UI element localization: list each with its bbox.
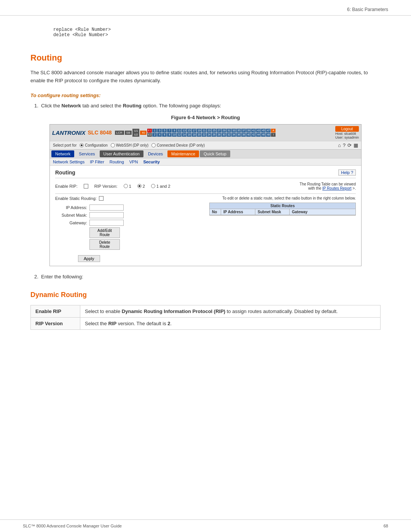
subnav-ip-filter[interactable]: IP Filter: [90, 160, 104, 164]
static-routing-left: Enable Static Routing: IP Address: Subne…: [55, 196, 202, 262]
divider-1: [55, 193, 356, 194]
port-28: 28: [217, 133, 221, 137]
port-e1: E1: [147, 129, 152, 133]
home-icon[interactable]: ⌂: [338, 142, 341, 148]
port-5: 5: [162, 129, 167, 133]
chapter-header: 6: Basic Parameters: [0, 0, 411, 16]
ip-address-input[interactable]: [89, 204, 124, 211]
enable-rip-def: Select to enable Dynamic Routing Informa…: [80, 305, 381, 317]
led-sb: SB: [125, 131, 132, 135]
port-33: 33: [231, 129, 236, 133]
subnet-mask-row: Subnet Mask:: [55, 212, 202, 218]
dynamic-routing-title: Dynamic Routing: [30, 291, 381, 299]
table-row: Enable RIP Select to enable Dynamic Rout…: [31, 305, 381, 317]
port-13: 13: [182, 129, 186, 133]
tab-services[interactable]: Services: [75, 150, 99, 157]
port-3: 3: [157, 129, 162, 133]
port-6: 6: [162, 133, 167, 137]
port-9: 9: [172, 129, 177, 133]
port-25: 25: [212, 129, 216, 133]
add-edit-route-button[interactable]: Add/Edit Route: [89, 227, 120, 238]
subnav-network-settings[interactable]: Network Settings: [53, 160, 84, 164]
apply-button[interactable]: Apply: [78, 255, 100, 262]
radio-connected-indicator: [151, 143, 156, 147]
rip-version-def: Select the RIP version. The default is 2…: [80, 317, 381, 329]
rip-v1-radio: [124, 184, 128, 188]
port-4: 4: [157, 133, 162, 137]
static-routing-right: To edit or delete a static route, select…: [209, 196, 356, 216]
port-24: 24: [207, 133, 211, 137]
gateway-row: Gateway:: [55, 220, 202, 226]
static-note: To edit or delete a static route, select…: [209, 196, 356, 200]
step-2-text: 2. Enter the following:: [34, 274, 381, 280]
radio-webssh[interactable]: WebSSH (DP only): [111, 143, 148, 147]
port-22: 22: [202, 133, 206, 137]
port-29: 29: [221, 129, 226, 133]
ip-address-label: IP Address:: [55, 205, 89, 210]
static-routes-table: Static Routes No IP Address Subnet Mask …: [209, 203, 356, 216]
port-39: 39: [246, 129, 251, 133]
logout-button[interactable]: Logout: [335, 126, 359, 132]
tab-network[interactable]: Network: [51, 150, 74, 157]
rip-v2-radio: [137, 184, 142, 188]
enable-rip-label: Enable RIP:: [55, 184, 78, 189]
rip-version-1[interactable]: 1: [124, 184, 131, 189]
subnet-mask-input[interactable]: [89, 212, 124, 218]
port-44: 44: [256, 133, 261, 137]
figure-caption: Figure 6-4 Network > Routing: [30, 115, 381, 120]
tab-user-authentication[interactable]: User Authentication: [100, 150, 143, 157]
rip-v12-radio: [151, 184, 155, 188]
rip-version-2[interactable]: 2: [137, 184, 145, 189]
enable-rip-checkbox[interactable]: [84, 184, 88, 189]
routing-table-note: The Routing Table can be viewedwith the …: [299, 182, 356, 190]
port-45: 45: [261, 129, 266, 133]
rip-row: Enable RIP: RIP Version: 1 2 1 and 2 The…: [55, 182, 356, 190]
rip-version-1and2[interactable]: 1 and 2: [151, 184, 170, 189]
col-gateway: Gateway: [290, 209, 320, 215]
enable-static-checkbox[interactable]: [99, 196, 104, 201]
port-number-grid: E1 1 3 5 7 9 11 13 15 17 19 21 23 25: [147, 129, 276, 137]
tab-quick-setup[interactable]: Quick Setup: [200, 150, 230, 157]
subnav-vpn[interactable]: VPN: [129, 160, 138, 164]
step-1-text: 1. Click the Network tab and select the …: [34, 103, 381, 109]
refresh-icon[interactable]: ⟳: [347, 142, 352, 148]
page-title: Routing: [55, 169, 75, 176]
tab-maintenance[interactable]: Maintenance: [167, 150, 199, 157]
host-info: Logout Host: slca608 User: sysadmin: [335, 126, 359, 139]
help-button[interactable]: Help ?: [338, 169, 356, 176]
icon-toolbar: ⌂ ? ⟳ ▦: [338, 142, 358, 148]
port-17: 17: [192, 129, 196, 133]
radio-config-indicator: [80, 143, 84, 147]
port-41: 41: [251, 129, 256, 133]
led-40: 40: [140, 131, 147, 135]
radio-config[interactable]: Configuration: [80, 143, 107, 147]
ip-routes-report-link[interactable]: IP Routes Report: [322, 186, 352, 190]
led-u-stack: U1 U2: [132, 129, 139, 137]
col-subnet-mask: Subnet Mask: [255, 209, 290, 215]
port-18: 18: [192, 133, 196, 137]
tab-devices[interactable]: Devices: [144, 150, 167, 157]
port-40: 40: [246, 133, 251, 137]
port-1: 1: [152, 129, 157, 133]
port-34: 34: [231, 133, 236, 137]
page-footer: SLC™ 8000 Advanced Console Manager User …: [0, 519, 411, 532]
port-48: 48: [266, 133, 271, 137]
radio-connected[interactable]: Connected Device (DP only): [151, 143, 205, 147]
subnet-mask-label: Subnet Mask:: [55, 213, 89, 217]
footer-left: SLC™ 8000 Advanced Console Manager User …: [23, 524, 122, 528]
route-buttons: Add/Edit Route Delete Route: [89, 227, 202, 250]
gateway-input[interactable]: [89, 220, 124, 226]
static-routing-section: Enable Static Routing: IP Address: Subne…: [55, 196, 356, 262]
subnav-security[interactable]: Security: [143, 160, 159, 164]
user-label: User: sysadmin: [335, 136, 359, 139]
grid-icon[interactable]: ▦: [354, 142, 358, 148]
subnav-routing[interactable]: Routing: [110, 160, 124, 164]
ui-content-area: Routing Help ? Enable RIP: RIP Version: …: [50, 165, 361, 266]
page-title-row: Routing Help ?: [55, 169, 356, 178]
port-16: 16: [187, 133, 191, 137]
port-27: 27: [217, 129, 221, 133]
routing-description: The SLC 8000 advanced console manager al…: [30, 69, 381, 85]
help-icon[interactable]: ?: [343, 142, 346, 148]
apply-row: Apply: [67, 253, 202, 262]
delete-route-button[interactable]: Delete Route: [89, 239, 120, 250]
